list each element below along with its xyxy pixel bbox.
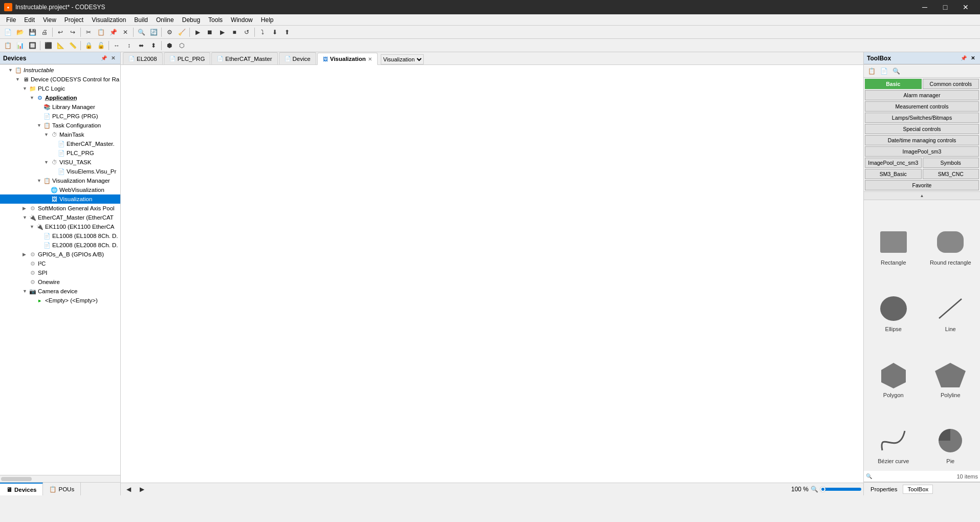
copy-button[interactable]: 📋 xyxy=(95,27,106,38)
tab-el2008[interactable]: 📄 EL2008 xyxy=(123,52,163,64)
build-all-button[interactable]: ⚙ xyxy=(164,27,175,38)
toggle-icon[interactable]: ▼ xyxy=(44,132,50,137)
find-replace-button[interactable]: 🔄 xyxy=(148,27,159,38)
tree-item-visuelems[interactable]: ▶ 📄 VisuElems.Visu_Pr xyxy=(0,167,120,176)
center-scroll-left[interactable]: ◀ xyxy=(123,484,134,495)
toolbox-expand-toggle[interactable]: ▲ xyxy=(864,192,980,200)
tree-item-el2008[interactable]: ▶ 📄 EL2008 (EL2008 8Ch. D. xyxy=(0,241,120,250)
tool-polyline[interactable]: Polyline xyxy=(923,337,978,401)
tree-item-device[interactable]: ▼ 🖥 Device (CODESYS Control for Ra xyxy=(0,75,120,84)
menu-edit[interactable]: Edit xyxy=(20,14,39,26)
tree-item-application[interactable]: ▼ ⚙ Application xyxy=(0,93,120,102)
rbt-toolbox[interactable]: ToolBox xyxy=(903,485,933,494)
toggle-icon[interactable]: ▼ xyxy=(30,224,36,229)
canvas-area[interactable] xyxy=(121,65,863,483)
cat-datetime[interactable]: Date/time managing controls xyxy=(865,135,979,145)
undo-button[interactable]: ↩ xyxy=(55,27,66,38)
cat-measurement[interactable]: Measurement controls xyxy=(865,101,979,112)
tree-item-visutask[interactable]: ▼ ⏱ VISU_TASK xyxy=(0,158,120,167)
tree-item-ethercat-master[interactable]: ▼ 🔌 EtherCAT_Master (EtherCAT xyxy=(0,213,120,222)
open-button[interactable]: 📂 xyxy=(14,27,26,38)
tree-item-i2c[interactable]: ▶ ⚙ I²C xyxy=(0,259,120,268)
tool-bezier[interactable]: Bézier curve xyxy=(866,403,921,467)
minimize-button[interactable]: ─ xyxy=(914,0,935,14)
tree-item-taskconfig[interactable]: ▼ 📋 Task Configuration xyxy=(0,121,120,130)
menu-build[interactable]: Build xyxy=(130,14,152,26)
tool-round-rectangle[interactable]: Round rectangle xyxy=(923,204,978,268)
toggle-icon[interactable]: ▼ xyxy=(37,178,43,183)
menu-debug[interactable]: Debug xyxy=(178,14,204,26)
menu-project[interactable]: Project xyxy=(60,14,88,26)
menu-visualization[interactable]: Visualization xyxy=(88,14,130,26)
toggle-icon[interactable]: ▼ xyxy=(8,68,14,73)
left-scroll-bar[interactable] xyxy=(0,475,120,482)
tb2-btn5[interactable]: 📐 xyxy=(55,40,66,51)
zoom-thumb[interactable] xyxy=(820,487,825,492)
tree-item-el1008[interactable]: ▶ 📄 EL1008 (EL1008 8Ch. D. xyxy=(0,231,120,241)
cat-sm3basic[interactable]: SM3_Basic xyxy=(865,169,922,179)
tree-item-softmotion[interactable]: ▶ ⚙ SoftMotion General Axis Pool xyxy=(0,204,120,213)
toolbox-pin-button[interactable]: 📌 xyxy=(960,54,968,62)
tree-item-plcprg[interactable]: ▶ 📄 PLC_PRG (PRG) xyxy=(0,112,120,121)
vis-tab-close[interactable]: ✕ xyxy=(368,56,372,62)
panel-pin-button[interactable]: 📌 xyxy=(100,54,108,62)
tb2-btn14[interactable]: ⬡ xyxy=(176,40,187,51)
toggle-icon[interactable]: ▼ xyxy=(23,289,29,294)
toggle-icon[interactable]: ▼ xyxy=(44,160,50,165)
toggle-icon[interactable]: ▶ xyxy=(23,252,29,257)
tabs-dropdown[interactable]: Visualization xyxy=(381,54,424,64)
toolbox-search-input[interactable] xyxy=(874,473,956,480)
step-into-button[interactable]: ⬇ xyxy=(269,27,280,38)
new-button[interactable]: 📄 xyxy=(2,27,13,38)
cat-alarm[interactable]: Alarm manager xyxy=(865,90,979,100)
tree-item-visualization[interactable]: ▶ 🖼 Visualization xyxy=(0,194,120,204)
tool-rectangle[interactable]: Rectangle xyxy=(866,204,921,268)
toggle-icon[interactable]: ▼ xyxy=(37,123,43,128)
menu-help[interactable]: Help xyxy=(257,14,278,26)
tree-item-maintask[interactable]: ▼ ⏱ MainTask xyxy=(0,130,120,139)
tree-item-instructable[interactable]: ▼ 📋 Instructable xyxy=(0,66,120,75)
tool-polygon[interactable]: Polygon xyxy=(866,337,921,401)
menu-view[interactable]: View xyxy=(39,14,60,26)
toggle-icon[interactable]: ▶ xyxy=(23,206,29,211)
menu-online[interactable]: Online xyxy=(152,14,178,26)
toolbox-tb-btn2[interactable]: 📄 xyxy=(878,66,889,77)
close-button[interactable]: ✕ xyxy=(955,0,976,14)
tree-item-vismanager[interactable]: ▼ 📋 Visualization Manager xyxy=(0,176,120,185)
tree-item-spi[interactable]: ▶ ⚙ SPI xyxy=(0,268,120,277)
tab-devices[interactable]: 🖥 Devices xyxy=(0,483,43,496)
tab-pous[interactable]: 📋 POUs xyxy=(43,483,81,496)
tool-pie[interactable]: Pie xyxy=(923,403,978,467)
tree-item-plcprg2[interactable]: ▶ 📄 PLC_PRG xyxy=(0,148,120,158)
left-scroll-thumb[interactable] xyxy=(1,477,32,481)
tb2-btn10[interactable]: ↕ xyxy=(123,40,135,51)
tb2-btn4[interactable]: ⬛ xyxy=(42,40,54,51)
tab-plcprg[interactable]: 📄 PLC_PRG xyxy=(164,52,211,64)
tree-item-gpios[interactable]: ▶ ⚙ GPIOs_A_B (GPIOs A/B) xyxy=(0,250,120,259)
menu-file[interactable]: File xyxy=(2,14,20,26)
save-button[interactable]: 💾 xyxy=(27,27,38,38)
tool-ellipse[interactable]: Ellipse xyxy=(866,270,921,334)
reset-button[interactable]: ↺ xyxy=(241,27,252,38)
tree-item-ethercat[interactable]: ▶ 📄 EtherCAT_Master. xyxy=(0,139,120,148)
cat-common[interactable]: Common controls xyxy=(923,79,979,89)
delete-button[interactable]: ✕ xyxy=(120,27,131,38)
stop-button[interactable]: ■ xyxy=(229,27,240,38)
cat-symbols[interactable]: Symbols xyxy=(923,158,979,168)
tb2-btn1[interactable]: 📋 xyxy=(2,40,13,51)
tree-item-libmanager[interactable]: ▶ 📚 Library Manager xyxy=(0,102,120,112)
toggle-icon[interactable]: ▼ xyxy=(23,215,29,220)
tree-item-onewire[interactable]: ▶ ⚙ Onewire xyxy=(0,277,120,287)
maximize-button[interactable]: □ xyxy=(935,0,955,14)
print-button[interactable]: 🖨 xyxy=(39,27,50,38)
tab-visualization-active[interactable]: 🖼 Visualization ✕ xyxy=(317,53,378,65)
cut-button[interactable]: ✂ xyxy=(83,27,94,38)
tb2-btn11[interactable]: ⬌ xyxy=(136,40,147,51)
toolbox-close-button[interactable]: ✕ xyxy=(969,54,977,62)
cat-basic[interactable]: Basic xyxy=(865,79,922,89)
menu-window[interactable]: Window xyxy=(227,14,257,26)
tree-item-empty[interactable]: ▶ ▸ <Empty> (<Empty>) xyxy=(0,296,120,305)
rbt-properties[interactable]: Properties xyxy=(866,485,902,494)
tool-line[interactable]: Line xyxy=(923,270,978,334)
cat-lamps[interactable]: Lamps/Switches/Bitmaps xyxy=(865,113,979,123)
